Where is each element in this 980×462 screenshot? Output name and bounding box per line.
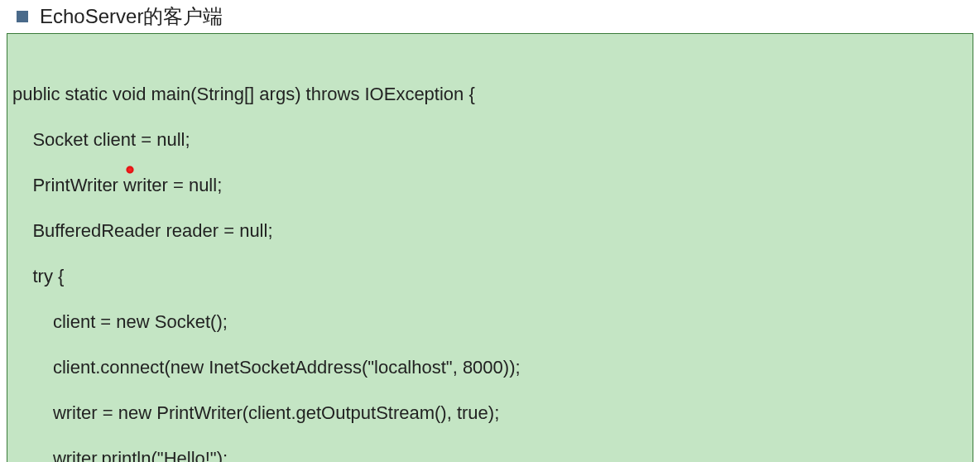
code-line: BufferedReader reader = null; <box>12 219 968 243</box>
code-line: client.connect(new InetSocketAddress("lo… <box>12 356 968 379</box>
laser-pointer-icon <box>126 166 134 174</box>
code-line: client = new Socket(); <box>12 310 968 334</box>
code-line: public static void main(String[] args) t… <box>12 83 968 106</box>
bullet-square-icon <box>17 11 28 22</box>
code-line: PrintWriter writer = null; <box>12 174 968 197</box>
code-block: public static void main(String[] args) t… <box>7 33 973 462</box>
section-heading: EchoServer的客户端 <box>40 3 223 30</box>
section-heading-row: EchoServer的客户端 <box>7 3 973 30</box>
code-line: try { <box>12 265 968 288</box>
code-line: Socket client = null; <box>12 128 968 152</box>
code-line: writer.println("Hello!"); <box>12 447 968 462</box>
code-line: writer = new PrintWriter(client.getOutpu… <box>12 402 968 425</box>
